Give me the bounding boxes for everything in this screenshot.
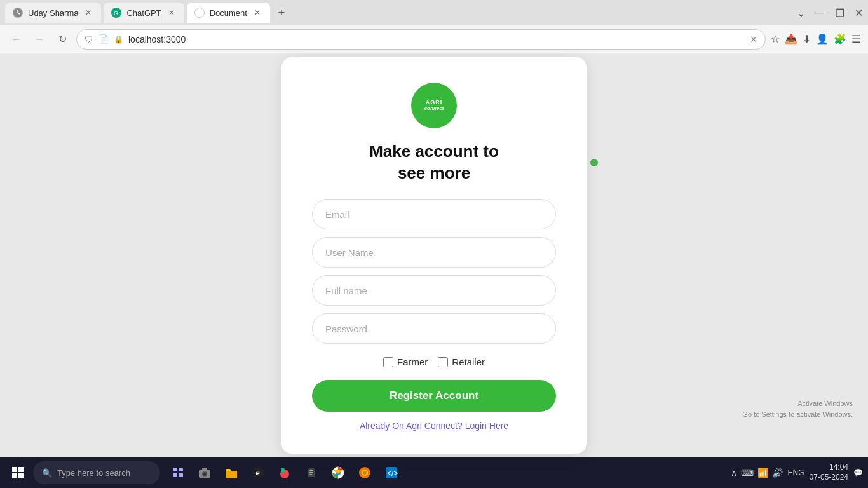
activate-windows-desc: Go to Settings to activate Windows. bbox=[742, 409, 853, 420]
taskbar-app-icons: ▶ </> bbox=[165, 460, 404, 485]
taskbar-right: ∧ ⌨ 📶 🔊 ENG 14:04 07-05-2024 💬 bbox=[731, 463, 863, 482]
taskbar-camera-icon[interactable] bbox=[192, 460, 217, 485]
minimize-icon[interactable]: — bbox=[815, 7, 825, 19]
green-dot-decoration bbox=[590, 159, 598, 166]
browser-chrome: Uday Sharma ✕ G ChatGPT ✕ Document ✕ + ⌄… bbox=[0, 0, 868, 53]
svg-text:▶: ▶ bbox=[256, 471, 259, 475]
agri-connect-logo: AGRI connect bbox=[411, 83, 457, 128]
taskbar-folder-icon[interactable] bbox=[219, 460, 244, 485]
tab-chatgpt[interactable]: G ChatGPT ✕ bbox=[104, 3, 184, 23]
clear-url-icon[interactable]: ✕ bbox=[750, 34, 757, 44]
svg-rect-4 bbox=[18, 467, 24, 472]
logo-text: AGRI connect bbox=[424, 99, 444, 112]
expand-tray-icon[interactable]: ∧ bbox=[731, 468, 737, 478]
menu-icon[interactable]: ☰ bbox=[851, 33, 860, 45]
tab-list-icon[interactable]: ⌄ bbox=[797, 7, 805, 19]
taskbar-firefox-icon[interactable] bbox=[352, 460, 377, 485]
farmer-label: Farmer bbox=[397, 356, 428, 367]
svg-rect-3 bbox=[12, 467, 17, 472]
svg-text:</>: </> bbox=[387, 469, 398, 478]
taskbar: 🔍 Type here to search ▶ bbox=[0, 458, 868, 488]
page-heading: Make account tosee more bbox=[369, 141, 499, 184]
bookmark-icon[interactable]: ☆ bbox=[771, 33, 780, 45]
page-background: AGRI connect Make account tosee more Far… bbox=[0, 53, 868, 458]
svg-rect-22 bbox=[309, 470, 313, 471]
register-account-button[interactable]: Register Account bbox=[312, 380, 556, 412]
pocket-icon[interactable]: 📥 bbox=[785, 33, 797, 45]
back-button[interactable]: ← bbox=[8, 30, 25, 48]
tab-uday-sharma[interactable]: Uday Sharma ✕ bbox=[5, 3, 101, 23]
tab-close-document[interactable]: ✕ bbox=[252, 8, 262, 18]
extensions-icon[interactable]: 🧩 bbox=[834, 33, 846, 45]
svg-rect-24 bbox=[309, 474, 312, 475]
network-icon[interactable]: 📶 bbox=[757, 468, 768, 478]
svg-rect-10 bbox=[179, 473, 183, 477]
forward-button[interactable]: → bbox=[31, 30, 48, 48]
role-checkbox-row: Farmer Retailer bbox=[383, 356, 485, 367]
tab-favicon-history bbox=[13, 8, 23, 18]
taskbar-fruit-icon[interactable] bbox=[272, 460, 297, 485]
taskbar-clock[interactable]: 14:04 07-05-2024 bbox=[810, 463, 848, 482]
volume-icon[interactable]: 🔊 bbox=[772, 468, 783, 478]
password-input[interactable] bbox=[312, 313, 556, 344]
tab-right-controls: ⌄ — ❐ ✕ bbox=[797, 7, 863, 19]
svg-rect-23 bbox=[309, 472, 313, 473]
document-icon: 📄 bbox=[98, 34, 109, 44]
profile-icon[interactable]: 👤 bbox=[816, 33, 829, 45]
retailer-label: Retailer bbox=[452, 356, 485, 367]
svg-point-13 bbox=[203, 473, 207, 476]
activate-windows-title: Activate Windows bbox=[742, 398, 853, 409]
tab-bar: Uday Sharma ✕ G ChatGPT ✕ Document ✕ + ⌄… bbox=[0, 0, 868, 25]
farmer-checkbox-label[interactable]: Farmer bbox=[383, 356, 428, 367]
taskbar-clip-icon[interactable] bbox=[299, 460, 324, 485]
register-card: AGRI connect Make account tosee more Far… bbox=[281, 57, 587, 454]
url-display[interactable]: localhost:3000 bbox=[128, 34, 745, 44]
fullname-input[interactable] bbox=[312, 275, 556, 306]
tab-document-label: Document bbox=[210, 8, 247, 18]
clock-time: 14:04 bbox=[810, 463, 848, 473]
keyboard-icon[interactable]: ⌨ bbox=[741, 468, 754, 478]
taskbar-media-icon[interactable]: ▶ bbox=[245, 460, 271, 485]
language-indicator[interactable]: ENG bbox=[788, 468, 804, 477]
start-button[interactable] bbox=[5, 460, 31, 485]
tab-favicon-document bbox=[194, 8, 205, 18]
username-input[interactable] bbox=[312, 237, 556, 268]
restore-icon[interactable]: ❐ bbox=[836, 7, 844, 19]
retailer-checkbox-label[interactable]: Retailer bbox=[438, 356, 485, 367]
svg-rect-6 bbox=[18, 473, 24, 478]
window-close-icon[interactable]: ✕ bbox=[855, 7, 863, 19]
activate-windows-notice: Activate Windows Go to Settings to activ… bbox=[742, 398, 853, 419]
taskbar-search[interactable]: 🔍 Type here to search bbox=[33, 461, 160, 484]
svg-text:G: G bbox=[114, 10, 118, 17]
tab-chatgpt-label: ChatGPT bbox=[126, 8, 161, 18]
svg-rect-14 bbox=[202, 468, 207, 470]
svg-rect-5 bbox=[12, 473, 17, 478]
system-tray-icons: ∧ ⌨ 📶 🔊 bbox=[731, 468, 783, 478]
tab-close-uday[interactable]: ✕ bbox=[83, 8, 93, 18]
new-tab-button[interactable]: + bbox=[273, 4, 290, 22]
retailer-checkbox[interactable] bbox=[438, 357, 448, 367]
search-placeholder: Type here to search bbox=[57, 468, 130, 478]
clock-date: 07-05-2024 bbox=[810, 473, 848, 483]
notifications-icon[interactable]: 💬 bbox=[853, 468, 863, 477]
search-icon: 🔍 bbox=[42, 468, 52, 478]
svg-rect-8 bbox=[179, 468, 183, 471]
tab-favicon-chatgpt: G bbox=[111, 8, 121, 18]
taskbar-chrome-icon[interactable] bbox=[325, 460, 351, 485]
lock-icon: 🔒 bbox=[114, 35, 123, 44]
taskbar-vscode-icon[interactable]: </> bbox=[379, 460, 404, 485]
email-input[interactable] bbox=[312, 199, 556, 229]
nav-bar: ← → ↻ 🛡 📄 🔒 localhost:3000 ✕ ☆ 📥 ⬇ 👤 🧩 ☰ bbox=[0, 25, 868, 53]
download-icon[interactable]: ⬇ bbox=[803, 33, 811, 45]
tab-close-chatgpt[interactable]: ✕ bbox=[166, 8, 177, 18]
farmer-checkbox[interactable] bbox=[383, 357, 393, 367]
svg-rect-7 bbox=[173, 468, 177, 471]
tab-document[interactable]: Document ✕ bbox=[187, 3, 270, 23]
reload-button[interactable]: ↻ bbox=[53, 30, 71, 48]
login-link[interactable]: Already On Agri Connect? Login Here bbox=[360, 421, 508, 431]
svg-point-29 bbox=[363, 471, 367, 475]
svg-point-19 bbox=[281, 468, 285, 473]
shield-icon: 🛡 bbox=[85, 34, 93, 44]
address-bar[interactable]: 🛡 📄 🔒 localhost:3000 ✕ bbox=[76, 29, 766, 50]
taskbar-task-view-icon[interactable] bbox=[165, 460, 191, 485]
